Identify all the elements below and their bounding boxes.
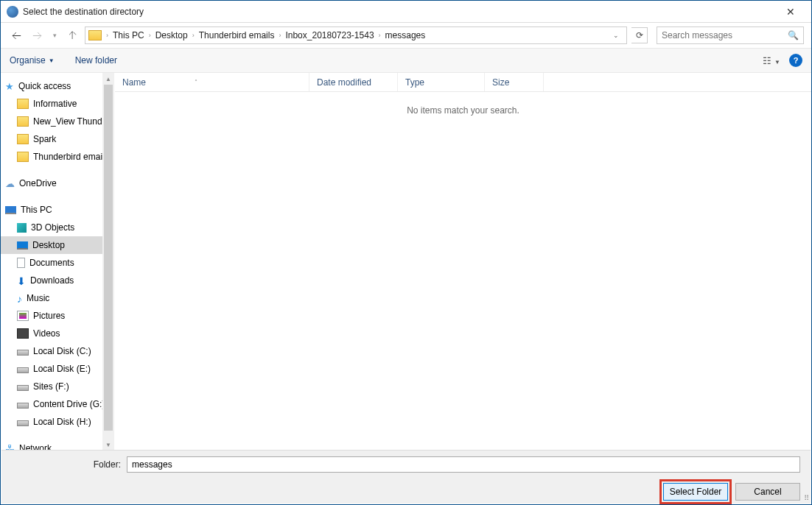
tree-item[interactable]: Local Disk (H:) — [1, 413, 114, 431]
tree-item[interactable]: Spark — [1, 130, 114, 148]
search-icon: 🔍 — [788, 30, 799, 40]
nav-forward-button: 🡢 — [29, 27, 45, 43]
tree-item[interactable]: Sites (F:) — [1, 378, 114, 395]
disk-icon — [17, 420, 29, 426]
tree-item[interactable]: ♪Music — [1, 289, 114, 307]
recent-locations-button[interactable]: ▾ — [49, 27, 60, 43]
folder-icon — [17, 99, 29, 109]
tree-item[interactable]: Content Drive (G:) — [1, 395, 114, 413]
cancel-button[interactable]: Cancel — [735, 483, 800, 501]
download-icon: ⬇ — [17, 275, 26, 286]
breadcrumb[interactable]: This PC — [111, 30, 146, 40]
folder-icon — [17, 152, 29, 162]
tree-item[interactable]: Thunderbird emails — [1, 148, 114, 166]
address-bar[interactable]: › This PC › Desktop › Thunderbird emails… — [85, 27, 627, 44]
tree-item[interactable]: Videos — [1, 325, 114, 342]
folder-name-input[interactable] — [127, 456, 800, 473]
tree-item[interactable]: Documents — [1, 254, 114, 272]
scroll-thumb[interactable] — [104, 85, 113, 431]
refresh-button[interactable]: ⟳ — [631, 27, 648, 43]
folder-label: Folder: — [12, 459, 127, 470]
chevron-down-icon: ▼ — [49, 57, 55, 64]
column-header-type[interactable]: Type — [398, 73, 485, 91]
music-icon: ♪ — [17, 293, 22, 303]
videos-icon — [17, 328, 29, 339]
navigation-tree[interactable]: ★Quick access Informative New_View Thund… — [1, 73, 115, 451]
chevron-right-icon: › — [105, 32, 110, 39]
app-icon — [7, 6, 18, 18]
search-input[interactable] — [662, 30, 788, 40]
cloud-icon: ☁ — [5, 178, 15, 188]
column-header-size[interactable]: Size — [485, 73, 544, 91]
cube-icon — [17, 223, 27, 233]
disk-icon — [17, 367, 29, 373]
nav-up-button[interactable]: 🡡 — [64, 27, 80, 43]
new-folder-button[interactable]: New folder — [75, 55, 117, 66]
file-list: Name˄ Date modified Type Size No items m… — [115, 73, 811, 451]
tree-item[interactable]: 3D Objects — [1, 219, 114, 236]
disk-icon — [17, 385, 29, 391]
disk-icon — [17, 350, 29, 356]
resize-grip-icon[interactable]: ⠿ — [804, 494, 809, 502]
tree-item[interactable]: Local Disk (E:) — [1, 360, 114, 378]
tree-scrollbar[interactable]: ▲ ▼ — [102, 73, 114, 451]
breadcrumb[interactable]: messages — [384, 30, 427, 40]
pc-icon — [5, 206, 16, 214]
desktop-icon — [17, 241, 28, 250]
column-header-name[interactable]: Name˄ — [115, 73, 309, 91]
tree-item[interactable]: ⬇Downloads — [1, 272, 114, 289]
search-box[interactable]: 🔍 — [657, 27, 804, 44]
disk-icon — [17, 403, 29, 409]
breadcrumb[interactable]: Thunderbird emails — [197, 30, 276, 40]
folder-icon — [17, 116, 29, 127]
column-headers: Name˄ Date modified Type Size — [115, 73, 811, 92]
select-folder-button[interactable]: Select Folder — [663, 483, 728, 501]
chevron-right-icon: › — [377, 32, 382, 39]
address-dropdown-button[interactable]: ⌄ — [609, 32, 623, 39]
scroll-down-icon[interactable]: ▼ — [102, 439, 114, 451]
tree-item[interactable]: Local Disk (C:) — [1, 342, 114, 360]
folder-icon — [17, 134, 29, 144]
organise-menu[interactable]: Organise ▼ — [10, 55, 55, 66]
tree-item-quick-access[interactable]: ★Quick access — [1, 77, 114, 95]
tree-item[interactable]: Pictures — [1, 307, 114, 325]
breadcrumb[interactable]: Desktop — [154, 30, 189, 40]
star-icon: ★ — [5, 81, 14, 92]
sort-indicator-icon: ˄ — [195, 79, 197, 85]
view-options-button[interactable]: ☷ ▼ — [763, 55, 780, 66]
scroll-up-icon[interactable]: ▲ — [102, 73, 114, 85]
chevron-right-icon: › — [191, 32, 196, 39]
tree-item-onedrive[interactable]: ☁OneDrive — [1, 174, 114, 192]
tree-item-this-pc[interactable]: This PC — [1, 201, 114, 219]
chevron-right-icon: › — [277, 32, 282, 39]
close-button[interactable]: ✕ — [776, 6, 805, 18]
window-title: Select the destination directory — [23, 7, 776, 17]
column-header-date[interactable]: Date modified — [309, 73, 398, 91]
folder-icon — [88, 30, 102, 40]
pictures-icon — [17, 311, 29, 321]
tree-item-desktop[interactable]: Desktop — [1, 236, 114, 254]
document-icon — [17, 258, 25, 268]
nav-back-button[interactable]: 🡠 — [8, 27, 24, 43]
tree-item[interactable]: Informative — [1, 95, 114, 113]
breadcrumb[interactable]: Inbox_20180723-1543 — [284, 30, 375, 40]
chevron-right-icon: › — [147, 32, 153, 39]
help-button[interactable]: ? — [789, 54, 802, 67]
empty-message: No items match your search. — [115, 92, 811, 116]
tree-item[interactable]: New_View Thunderbird — [1, 113, 114, 130]
